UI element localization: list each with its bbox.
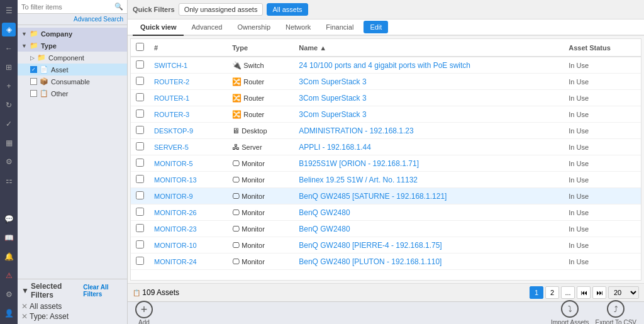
row-checkbox[interactable] [136,257,144,265]
row-id[interactable]: MONITOR-13 [149,172,227,188]
row-id[interactable]: ROUTER-3 [149,106,227,123]
advanced-search-link[interactable]: Advanced Search [18,14,127,25]
row-id[interactable]: MONITOR-10 [149,237,227,254]
add-button[interactable]: + Add [135,301,153,325]
tree-item-other[interactable]: 📋 Other [18,87,127,99]
header-type[interactable]: Type [227,39,294,57]
asset-name-link[interactable]: BenQ GW2480 [299,225,350,233]
row-checkbox[interactable] [136,142,144,150]
row-checkbox[interactable] [136,93,144,101]
row-checkbox[interactable] [136,208,144,216]
row-checkbox[interactable] [136,77,144,85]
filter-search-input[interactable] [21,3,112,11]
comment-icon[interactable]: 💬 [2,212,16,226]
row-name[interactable]: BenQ GW2480 [PLUTON - 192.168.1.110] [294,254,564,270]
other-checkbox[interactable] [30,90,37,97]
page-size-select[interactable]: 20 50 100 [608,286,639,299]
tree-item-component[interactable]: ▷ 📁 Component [18,52,127,64]
asset-name-link[interactable]: ADMINISTRATION - 192.168.1.23 [299,126,414,135]
tree-item-company[interactable]: ▼ 📁 Company [18,28,127,40]
row-name[interactable]: ADMINISTRATION - 192.168.1.23 [294,123,564,139]
menu-icon[interactable]: ☰ [2,4,16,18]
tab-advanced[interactable]: Advanced [184,20,230,36]
asset-name-link[interactable]: 3Com SuperStack 3 [299,77,366,86]
row-name[interactable]: 3Com SuperStack 3 [294,106,564,123]
row-name[interactable]: BenQ GW2480 [PIERRE-4 - 192.168.1.75] [294,237,564,254]
remove-all-assets-filter-icon[interactable]: ✕ [21,302,28,311]
row-id[interactable]: ROUTER-1 [149,90,227,106]
plus-icon[interactable]: + [2,79,16,93]
asset-name-link[interactable]: BenQ GW2485 [SATURNE - 192.168.1.121] [299,192,447,201]
page-2-btn[interactable]: 2 [545,286,559,299]
settings-icon[interactable]: ⚙ [2,155,16,169]
tab-ownership[interactable]: Ownership [230,20,278,36]
row-id[interactable]: MONITOR-24 [149,254,227,270]
tab-network[interactable]: Network [278,20,318,36]
asset-checkbox[interactable]: ✓ [30,66,37,73]
clear-all-filters-btn[interactable]: Clear All Filters [83,284,123,298]
asset-name-link[interactable]: Belinex 19.25 S1W / Art. No. 11132 [299,176,418,184]
apps-icon[interactable]: ⚏ [2,174,16,187]
gear-icon[interactable]: ⚙ [2,288,16,301]
all-assets-btn[interactable]: All assets [267,3,308,16]
tab-financial[interactable]: Financial [318,20,361,36]
row-id[interactable]: SWITCH-1 [149,57,227,74]
tab-quick-view[interactable]: Quick view [133,20,184,36]
page-next-btn[interactable]: ⏭ [592,286,606,299]
asset-name-link[interactable]: BenQ GW2480 [PIERRE-4 - 192.168.1.75] [299,241,441,250]
tab-edit[interactable]: Edit [364,21,388,33]
row-id[interactable]: SERVER-5 [149,139,227,155]
row-id[interactable]: ROUTER-2 [149,74,227,90]
row-name[interactable]: B1925S1W [ORION - 192.168.1.71] [294,155,564,172]
row-checkbox[interactable] [136,191,144,199]
row-checkbox[interactable] [136,126,144,134]
row-name[interactable]: BenQ GW2480 [294,221,564,237]
row-checkbox[interactable] [136,159,144,167]
asset-name-link[interactable]: BenQ GW2480 [PLUTON - 192.168.1.110] [299,257,441,266]
page-last-btn[interactable]: ⏮ [577,286,591,299]
row-name[interactable]: APPLI - 192.168.1.44 [294,139,564,155]
unassigned-assets-btn[interactable]: Only unassigned assets [179,3,264,16]
tree-item-consumable[interactable]: 📦 Consumable [18,75,127,87]
row-id[interactable]: MONITOR-26 [149,204,227,221]
row-id[interactable]: DESKTOP-9 [149,123,227,139]
row-checkbox[interactable] [136,224,144,232]
asset-name-link[interactable]: APPLI - 192.168.1.44 [299,143,371,152]
book-icon[interactable]: 📖 [2,231,16,245]
row-checkbox[interactable] [136,175,144,183]
page-1-btn[interactable]: 1 [530,286,543,299]
row-id[interactable]: MONITOR-5 [149,155,227,172]
row-checkbox[interactable] [136,60,144,69]
back-icon[interactable]: ← [2,42,16,55]
row-name[interactable]: 3Com SuperStack 3 [294,74,564,90]
user-icon[interactable]: 👤 [2,306,16,320]
tree-item-asset[interactable]: ✓ 📄 Asset [18,64,127,75]
row-name[interactable]: BenQ GW2485 [SATURNE - 192.168.1.121] [294,188,564,204]
row-checkbox[interactable] [136,240,144,249]
asset-name-link[interactable]: 3Com SuperStack 3 [299,94,366,103]
header-id[interactable]: # [149,39,227,57]
grid-icon[interactable]: ⊞ [2,60,16,74]
row-checkbox[interactable] [136,109,144,118]
bell-icon[interactable]: 🔔 [2,250,16,264]
asset-name-link[interactable]: 24 10/100 ports and 4 gigabit ports with… [299,61,470,70]
select-all-checkbox[interactable] [136,43,144,51]
chart-icon[interactable]: ▦ [2,136,16,150]
alert-icon[interactable]: ⚠ [2,269,16,282]
row-name[interactable]: Belinex 19.25 S1W / Art. No. 11132 [294,172,564,188]
row-name[interactable]: 3Com SuperStack 3 [294,90,564,106]
row-id[interactable]: MONITOR-9 [149,188,227,204]
asset-name-link[interactable]: BenQ GW2480 [299,208,350,217]
network-icon[interactable]: ◈ [2,23,16,36]
tree-item-type[interactable]: ▼ 📁 Type [18,40,127,52]
asset-name-link[interactable]: B1925S1W [ORION - 192.168.1.71] [299,159,419,168]
export-csv-btn[interactable]: ⤴ Export To CSV [596,300,636,324]
header-status[interactable]: Asset Status [564,39,641,57]
remove-type-asset-filter-icon[interactable]: ✕ [21,312,28,321]
header-name[interactable]: Name ▲ [294,39,564,57]
consumable-checkbox[interactable] [30,78,37,85]
refresh-icon[interactable]: ↻ [2,98,16,112]
row-id[interactable]: MONITOR-23 [149,221,227,237]
asset-name-link[interactable]: 3Com SuperStack 3 [299,110,366,119]
import-assets-btn[interactable]: ⤵ Import Assets [551,300,589,324]
